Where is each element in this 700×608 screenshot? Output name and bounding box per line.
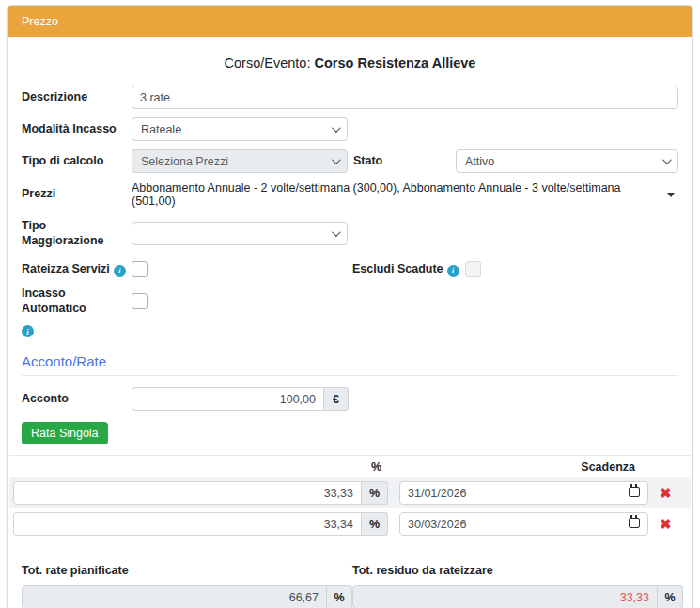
info-icon[interactable]: i <box>447 265 459 277</box>
calendar-icon[interactable] <box>629 487 640 497</box>
totals-row: Tot. rate pianificate % Tot. residuo da … <box>22 564 678 608</box>
scadenza-column-header: Scadenza <box>399 460 648 474</box>
rate-percent-group: % <box>13 512 388 536</box>
rate-date-wrap <box>399 481 648 505</box>
euro-addon: € <box>324 387 349 411</box>
rateizza-servizi-label: Rateizza Servizii <box>22 262 132 277</box>
descrizione-input[interactable] <box>132 86 678 109</box>
tot-residuo-label: Tot. residuo da rateizzare <box>352 564 683 577</box>
stato-value: Attivo <box>465 155 494 168</box>
tot-pianificate-input <box>22 585 327 608</box>
stato-label: Stato <box>348 154 456 169</box>
stato-select[interactable]: Attivo <box>456 149 678 173</box>
percent-addon: % <box>327 585 352 608</box>
incasso-automatico-checkbox[interactable] <box>132 293 148 309</box>
calendar-icon[interactable] <box>629 518 640 528</box>
rates-table: % Scadenza % ✖ <box>9 455 691 539</box>
prezzi-value: Abbonamento Annuale - 2 volte/settimana … <box>132 181 667 208</box>
rate-date-input[interactable] <box>399 512 648 536</box>
rate-row: % ✖ <box>9 508 691 539</box>
chevron-down-icon <box>332 155 341 164</box>
tot-residuo-group: % <box>352 585 683 608</box>
page: Prezzo Corso/Evento: Corso Resistenza Al… <box>0 0 700 608</box>
delete-rate-button[interactable]: ✖ <box>658 517 674 531</box>
tot-pianificate: Tot. rate pianificate % <box>22 564 352 608</box>
percent-addon: % <box>362 481 388 505</box>
chevron-down-icon <box>662 155 672 164</box>
row-descrizione: Descrizione <box>22 86 678 109</box>
tipo-maggiorazione-label: Tipo Maggiorazione <box>22 219 132 248</box>
rata-singola-button[interactable]: Rata Singola <box>22 422 108 444</box>
escludi-scadute-label: Escludi Scadutei <box>352 262 465 277</box>
prezzi-multiselect[interactable]: Abbonamento Annuale - 2 volte/settimana … <box>132 181 678 208</box>
rate-percent-group: % <box>13 481 388 505</box>
rate-date-wrap <box>399 512 648 536</box>
rateizza-servizi-checkbox[interactable] <box>132 261 148 277</box>
info-icon[interactable]: i <box>114 265 126 277</box>
card-title: Prezzo <box>22 15 58 28</box>
rate-percent-input[interactable] <box>13 512 362 536</box>
incasso-automatico-label: Incasso Automatico <box>22 287 132 316</box>
tot-pianificate-group: % <box>22 585 352 608</box>
chevron-down-icon <box>667 193 675 197</box>
row-acconto: Acconto € <box>22 387 678 411</box>
course-title: Corso/Evento: Corso Resistenza Allieve <box>22 55 678 70</box>
card-header: Prezzo <box>8 6 692 37</box>
delete-rate-button[interactable]: ✖ <box>658 486 674 500</box>
modalita-incasso-value: Rateale <box>141 123 181 136</box>
tipo-di-calcolo-label: Tipo di calcolo <box>22 154 132 169</box>
course-name: Corso Resistenza Allieve <box>315 55 476 70</box>
acconto-label: Acconto <box>22 392 132 407</box>
info-icon[interactable]: i <box>22 325 34 337</box>
percent-column-header: % <box>13 460 388 474</box>
row-prezzi: Prezzi Abbonamento Annuale - 2 volte/set… <box>22 181 678 208</box>
rate-date-input[interactable] <box>399 481 648 505</box>
percent-addon: % <box>362 512 388 536</box>
rate-percent-input[interactable] <box>13 481 362 505</box>
acconto-rate-heading: Acconto/Rate <box>22 353 678 376</box>
acconto-input[interactable] <box>132 387 324 411</box>
descrizione-label: Descrizione <box>22 90 132 105</box>
tipo-di-calcolo-value: Seleziona Prezzi <box>141 155 228 168</box>
row-incasso-automatico: Incasso Automatico <box>22 287 678 316</box>
course-title-prefix: Corso/Evento: <box>225 55 311 70</box>
modalita-incasso-select[interactable]: Rateale <box>132 117 348 141</box>
rate-row: % ✖ <box>9 477 691 508</box>
tot-residuo: Tot. residuo da rateizzare % <box>352 564 683 608</box>
acconto-input-group: € <box>132 387 349 411</box>
row-rateizza-escludi: Rateizza Servizii Escludi Scadutei <box>22 261 678 277</box>
row-tipo-calcolo-stato: Tipo di calcolo Seleziona Prezzi Stato A… <box>22 149 678 173</box>
row-tipo-maggiorazione: Tipo Maggiorazione <box>22 219 678 248</box>
tot-residuo-input <box>352 585 658 608</box>
card-body: Corso/Evento: Corso Resistenza Allieve D… <box>8 37 692 608</box>
prezzi-label: Prezzi <box>22 187 132 202</box>
modalita-incasso-label: Modalità Incasso <box>22 122 132 137</box>
tot-pianificate-label: Tot. rate pianificate <box>22 564 352 577</box>
percent-addon: % <box>658 585 683 608</box>
tipo-maggiorazione-select[interactable] <box>132 222 348 245</box>
rates-table-header: % Scadenza <box>9 456 691 477</box>
escludi-scadute-checkbox <box>465 261 481 277</box>
chevron-down-icon <box>332 227 341 237</box>
row-modalita-incasso: Modalità Incasso Rateale <box>22 117 678 141</box>
prezzo-card: Prezzo Corso/Evento: Corso Resistenza Al… <box>7 5 693 608</box>
chevron-down-icon <box>332 123 341 133</box>
incasso-automatico-info: i <box>22 320 678 338</box>
tipo-di-calcolo-select: Seleziona Prezzi <box>132 149 348 173</box>
